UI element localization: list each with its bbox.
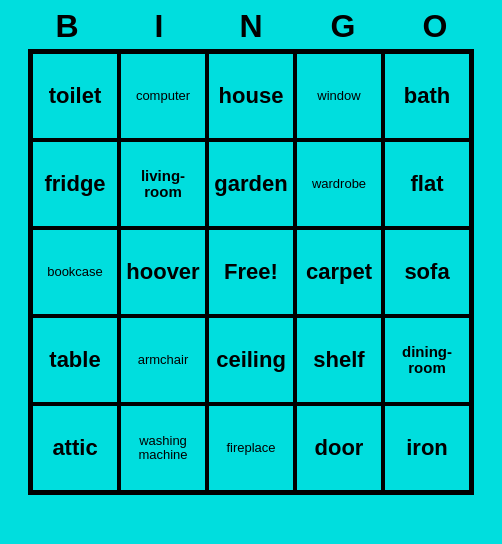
cell-r4-c3: door — [295, 404, 383, 492]
cell-r4-c2: fireplace — [207, 404, 295, 492]
cell-text: shelf — [313, 348, 364, 372]
cell-r1-c0: fridge — [31, 140, 119, 228]
cell-text: table — [49, 348, 100, 372]
header-letter: I — [119, 8, 199, 45]
cell-r0-c0: toilet — [31, 52, 119, 140]
cell-text: garden — [214, 172, 287, 196]
cell-r3-c0: table — [31, 316, 119, 404]
cell-text: ceiling — [216, 348, 286, 372]
header-letter: G — [303, 8, 383, 45]
cell-text: house — [219, 84, 284, 108]
cell-r3-c4: dining- room — [383, 316, 471, 404]
cell-r2-c1: hoover — [119, 228, 207, 316]
cell-r1-c2: garden — [207, 140, 295, 228]
cell-r4-c0: attic — [31, 404, 119, 492]
header-letter: B — [27, 8, 107, 45]
cell-r0-c3: window — [295, 52, 383, 140]
cell-r0-c2: house — [207, 52, 295, 140]
cell-r2-c2: Free! — [207, 228, 295, 316]
cell-text: Free! — [224, 260, 278, 284]
cell-r2-c3: carpet — [295, 228, 383, 316]
cell-text: fridge — [44, 172, 105, 196]
header-letter: O — [395, 8, 475, 45]
cell-text: toilet — [49, 84, 102, 108]
cell-r1-c4: flat — [383, 140, 471, 228]
cell-r1-c3: wardrobe — [295, 140, 383, 228]
cell-text: fireplace — [226, 441, 275, 455]
cell-text: hoover — [126, 260, 199, 284]
cell-text: bath — [404, 84, 450, 108]
cell-text: wardrobe — [312, 177, 366, 191]
cell-text: door — [315, 436, 364, 460]
cell-r0-c4: bath — [383, 52, 471, 140]
header-letter: N — [211, 8, 291, 45]
cell-r3-c3: shelf — [295, 316, 383, 404]
cell-text: carpet — [306, 260, 372, 284]
cell-text: armchair — [138, 353, 189, 367]
cell-r3-c1: armchair — [119, 316, 207, 404]
cell-r0-c1: computer — [119, 52, 207, 140]
cell-text: attic — [52, 436, 97, 460]
cell-r2-c4: sofa — [383, 228, 471, 316]
cell-text: washing machine — [138, 434, 187, 463]
cell-text: iron — [406, 436, 448, 460]
bingo-grid: toiletcomputerhousewindowbathfridgelivin… — [28, 49, 474, 495]
cell-r4-c1: washing machine — [119, 404, 207, 492]
cell-text: living- room — [141, 168, 185, 201]
cell-text: dining- room — [402, 344, 452, 377]
cell-text: window — [317, 89, 360, 103]
cell-text: flat — [411, 172, 444, 196]
cell-text: sofa — [404, 260, 449, 284]
cell-r2-c0: bookcase — [31, 228, 119, 316]
cell-text: bookcase — [47, 265, 103, 279]
cell-text: computer — [136, 89, 190, 103]
cell-r1-c1: living- room — [119, 140, 207, 228]
cell-r3-c2: ceiling — [207, 316, 295, 404]
cell-r4-c4: iron — [383, 404, 471, 492]
header-row: BINGO — [21, 0, 481, 49]
